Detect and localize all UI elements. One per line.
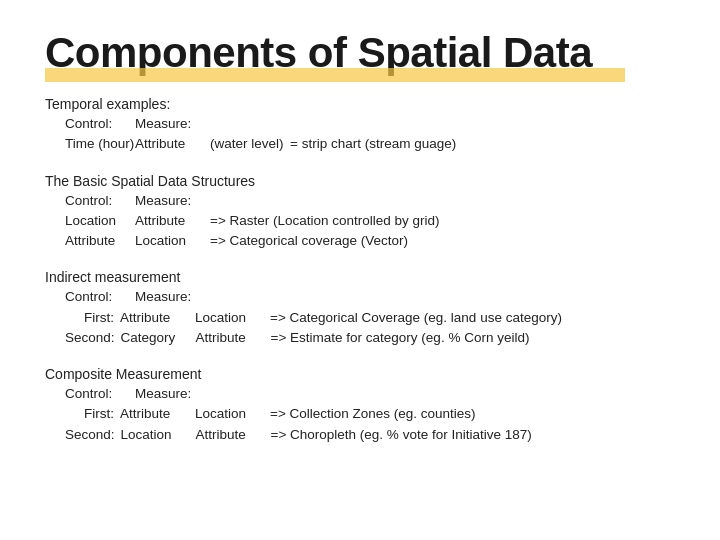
- indirect-first-desc: => Categorical Coverage (eg. land use ca…: [270, 308, 562, 328]
- basic-measure-label: Measure:: [135, 191, 675, 211]
- indirect-header-row: Control: Measure:: [65, 287, 675, 307]
- basic-row1-col1: Location: [65, 211, 135, 231]
- indirect-heading: Indirect measurement: [45, 269, 675, 285]
- basic-row2-desc: => Categorical coverage (Vector): [210, 231, 408, 251]
- indirect-second-row: Second: Category Attribute => Estimate f…: [65, 328, 675, 348]
- page: Components of Spatial Data Temporal exam…: [0, 0, 720, 540]
- indirect-content: Control: Measure: First: Attribute Locat…: [45, 287, 675, 348]
- basic-spatial-content: Control: Measure: Location Attribute => …: [45, 191, 675, 252]
- temporal-control-label: Control:: [65, 114, 135, 134]
- temporal-content: Control: Measure: Time (hour) Attribute …: [45, 114, 675, 155]
- temporal-row1-col3: (water level): [210, 134, 290, 154]
- temporal-section: Temporal examples: Control: Measure: Tim…: [45, 96, 675, 155]
- temporal-row1-col2: Attribute: [135, 134, 210, 154]
- composite-first-label: First:: [65, 404, 120, 424]
- title-underline: [45, 68, 625, 82]
- composite-first-desc: => Collection Zones (eg. counties): [270, 404, 476, 424]
- indirect-first-col2: Attribute: [120, 308, 195, 328]
- indirect-first-row: First: Attribute Location => Categorical…: [65, 308, 675, 328]
- composite-second-row: Second: Location Attribute => Choropleth…: [65, 425, 675, 445]
- composite-control-label: Control:: [65, 384, 135, 404]
- indirect-first-label: First:: [65, 308, 120, 328]
- basic-row1-col2: Attribute: [135, 211, 210, 231]
- indirect-second-col3: Attribute: [196, 328, 271, 348]
- temporal-row1-col1: Time (hour): [65, 134, 135, 154]
- basic-control-label: Control:: [65, 191, 135, 211]
- composite-first-col2: Attribute: [120, 404, 195, 424]
- composite-measure-label: Measure:: [135, 384, 675, 404]
- basic-row2-col2: Location: [135, 231, 210, 251]
- indirect-control-label: Control:: [65, 287, 135, 307]
- temporal-measure-label: Measure:: [135, 114, 675, 134]
- temporal-heading: Temporal examples:: [45, 96, 675, 112]
- composite-header-row: Control: Measure:: [65, 384, 675, 404]
- indirect-first-col3: Location: [195, 308, 270, 328]
- composite-first-col3: Location: [195, 404, 270, 424]
- basic-row2-col1: Attribute: [65, 231, 135, 251]
- composite-heading: Composite Measurement: [45, 366, 675, 382]
- composite-section: Composite Measurement Control: Measure: …: [45, 366, 675, 445]
- basic-header-row: Control: Measure:: [65, 191, 675, 211]
- indirect-second-label: Second:: [65, 328, 121, 348]
- basic-spatial-heading: The Basic Spatial Data Structures: [45, 173, 675, 189]
- basic-row2: Attribute Location => Categorical covera…: [65, 231, 675, 251]
- composite-second-label: Second:: [65, 425, 121, 445]
- indirect-section: Indirect measurement Control: Measure: F…: [45, 269, 675, 348]
- temporal-row1-eq: = strip chart (stream guage): [290, 134, 456, 154]
- basic-spatial-section: The Basic Spatial Data Structures Contro…: [45, 173, 675, 252]
- composite-second-desc: => Choropleth (eg. % vote for Initiative…: [271, 425, 532, 445]
- basic-row1: Location Attribute => Raster (Location c…: [65, 211, 675, 231]
- composite-second-col2: Location: [121, 425, 196, 445]
- title-section: Components of Spatial Data: [45, 30, 675, 82]
- indirect-measure-label: Measure:: [135, 287, 675, 307]
- indirect-second-col2: Category: [121, 328, 196, 348]
- composite-content: Control: Measure: First: Attribute Locat…: [45, 384, 675, 445]
- composite-second-col3: Attribute: [196, 425, 271, 445]
- composite-first-row: First: Attribute Location => Collection …: [65, 404, 675, 424]
- basic-row1-desc: => Raster (Location controlled by grid): [210, 211, 440, 231]
- temporal-data-row: Time (hour) Attribute (water level) = st…: [65, 134, 675, 154]
- indirect-second-desc: => Estimate for category (eg. % Corn yei…: [271, 328, 530, 348]
- temporal-header-row: Control: Measure:: [65, 114, 675, 134]
